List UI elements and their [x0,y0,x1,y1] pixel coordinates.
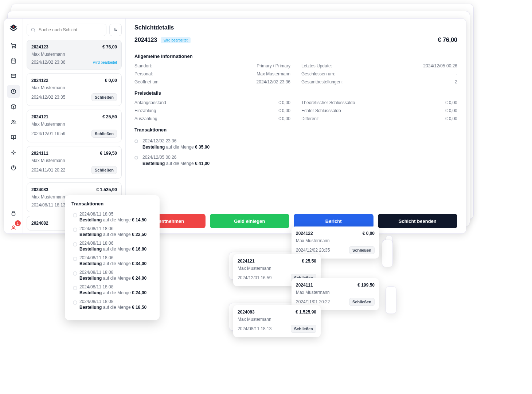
svg-point-10 [13,137,14,138]
shift-id: 2024121 [238,259,255,264]
floating-shift-card[interactable]: 2024083€ 1.525,90 Max Mustermann 2024/08… [233,305,321,337]
floating-transactions-panel: Transaktionen 2024/08/11 18:05Bestellung… [65,195,160,320]
tx-label: Bestellung [142,145,165,150]
shift-card[interactable]: 2024122€ 0,00 Max Mustermann 2024/12/02 … [27,73,122,106]
close-shift-button[interactable]: Schließen [91,93,117,101]
svg-point-11 [12,152,14,154]
value-opened: 2024/12/02 23:36 [257,79,290,84]
close-shift-button[interactable]: Schließen [91,130,117,138]
shift-amount: € 25,50 [102,114,117,119]
detail-shift-id: 2024123 [134,37,157,43]
svg-point-16 [114,29,115,29]
section-tx-title: Transaktionen [134,127,457,133]
tx-time: 2024/12/05 00:26 [142,155,210,160]
filter-button[interactable] [109,24,122,36]
label-startbalance: Anfangsbestand [134,100,166,105]
shift-amount: € 1.525,90 [296,310,316,315]
lock-icon[interactable] [7,206,20,220]
avatar-badge: 1 [15,220,21,226]
report-button[interactable]: Bericht [294,214,373,228]
label-opened: Geöffnet um: [134,79,160,84]
details-panel: Schichtdetails 2024123 wird bearbeitet €… [126,19,466,233]
svg-point-0 [12,26,14,28]
label-actual: Echter Schlusssaldo [301,108,341,113]
svg-point-14 [12,226,14,228]
shift-id: 2024111 [296,283,313,288]
shift-id: 2024083 [238,310,255,315]
floating-shift-card[interactable]: 2024122€ 0,00 Max Mustermann 2024/12/02 … [292,226,379,259]
svg-rect-9 [11,135,16,139]
end-shift-button[interactable]: Schicht beenden [378,214,458,228]
tx-amount: € 35,00 [195,145,210,150]
shift-time: 2024/08/11 18:13 [238,326,271,331]
close-shift-button[interactable]: Schließen [291,325,316,333]
tx-suffix: auf die Menge [166,145,194,150]
search-icon [31,27,36,32]
package-icon[interactable] [7,100,20,113]
svg-point-8 [14,121,15,122]
shift-amount: € 25,50 [302,259,316,264]
svg-rect-13 [12,213,15,215]
svg-point-2 [15,47,15,48]
shift-name: Max Mustermann [296,238,375,243]
label-totalorders: Gesamtbestellungen: [301,79,343,84]
value-deposit: € 0,00 [278,108,290,113]
deposit-button[interactable]: Geld einlegen [210,214,290,228]
message-icon[interactable] [7,70,20,83]
gear-icon[interactable] [7,146,20,159]
svg-point-1 [12,47,13,48]
clock-icon[interactable] [7,85,20,98]
close-shift-button[interactable]: Schließen [349,298,375,306]
shift-time: 2024/12/02 23:35 [296,248,330,253]
transaction-item: 2024/12/05 00:26 Bestellung auf die Meng… [134,155,457,166]
card-shadow [382,240,393,267]
search-input[interactable] [39,27,102,32]
monitor-icon[interactable] [7,131,20,144]
value-actual: € 0,00 [445,108,457,113]
shift-card[interactable]: 2024111€ 199,50 Max Mustermann 2024/11/0… [27,146,122,179]
users-icon[interactable] [7,115,20,129]
value-withdraw: € 0,00 [278,116,290,121]
float-tx-item: 2024/08/11 18:06Bestellung auf die Menge… [79,241,153,252]
detail-shift-amount: € 76,00 [438,37,457,43]
shift-name: Max Mustermann [238,317,316,322]
calendar-icon[interactable]: 12 [7,54,20,67]
value-personal: Max Mustermann [257,71,290,76]
avatar-button[interactable]: 1 [8,222,19,233]
value-closed: - [456,71,457,76]
shift-id: 2024111 [31,151,48,156]
shift-card[interactable]: 2024121€ 25,50 Max Mustermann 2024/12/01… [27,110,122,142]
svg-text:12: 12 [12,60,15,63]
shift-name: Max Mustermann [31,122,117,127]
tx-label: Bestellung [142,161,165,166]
close-shift-button[interactable]: Schließen [91,166,117,174]
shift-card[interactable]: 2024123€ 76,00 Max Mustermann 2024/12/02… [27,40,122,70]
shift-name: Max Mustermann [31,158,117,163]
shift-time: 2024/08/11 18:13 [31,202,65,208]
close-shift-button[interactable]: Schließen [349,246,375,254]
tx-time: 2024/12/02 23:36 [142,138,210,143]
app-logo-icon [9,24,18,33]
shift-time: 2024/12/01 16:59 [238,275,271,280]
shift-name: Max Mustermann [296,290,375,295]
shift-id: 2024083 [31,187,48,192]
page-title: Schichtdetails [134,24,457,31]
tx-suffix: auf die Menge [166,161,194,166]
card-shadow [386,286,396,314]
float-tx-item: 2024/08/11 18:06Bestellung auf die Menge… [79,255,153,266]
label-standort: Standort: [134,63,152,68]
svg-point-17 [116,30,117,31]
label-update: Letztes Update: [301,63,332,68]
help-icon[interactable] [7,161,20,174]
shift-amount: € 1.525,90 [96,187,117,192]
float-tx-item: 2024/08/11 18:06Bestellung auf die Menge… [79,226,153,237]
search-input-wrapper[interactable] [27,24,106,36]
float-tx-item: 2024/08/11 18:05Bestellung auf die Menge… [79,212,153,222]
status-badge: wird bearbeitet [161,37,191,43]
value-update: 2024/12/05 00:26 [423,63,457,68]
shift-id: 2024121 [31,114,48,119]
float-tx-item: 2024/08/11 18:08Bestellung auf die Menge… [79,284,153,295]
cart-icon[interactable] [7,39,20,52]
label-withdraw: Auszahlung [134,116,157,121]
svg-point-7 [12,121,13,122]
